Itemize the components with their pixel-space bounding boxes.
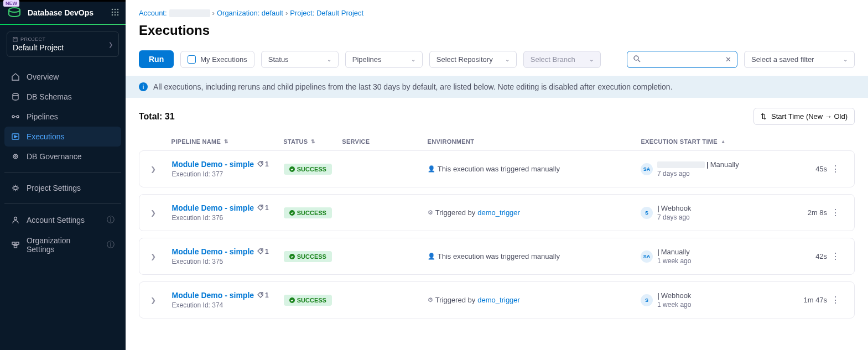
trigger-info: ⚙Triggered by demo_trigger (428, 296, 641, 304)
execution-id: Execution Id: 376 (172, 214, 269, 222)
chevron-down-icon: ⌄ (843, 56, 848, 62)
sort-icon: ⇅ (761, 112, 767, 121)
trigger-info: 👤 This execution was triggered manually (428, 165, 641, 173)
svg-rect-23 (14, 245, 17, 248)
svg-point-1 (12, 9, 13, 11)
svg-point-32 (289, 297, 295, 303)
exec-method: | Webhook (657, 204, 691, 212)
svg-rect-21 (12, 242, 15, 244)
sidebar-item-overview[interactable]: Overview (4, 67, 121, 87)
svg-point-17 (13, 154, 18, 159)
pipeline-name-link[interactable]: Module Demo - simple 1 (172, 203, 269, 212)
chevron-right-icon: ❯ (108, 41, 113, 48)
total-count: Total: 31 (139, 112, 175, 122)
table-row[interactable]: ❯ Module Demo - simple 1 Execution Id: 3… (139, 281, 855, 318)
sidebar-item-project-settings[interactable]: Project Settings (4, 178, 121, 198)
col-service: SERVICE (342, 138, 427, 145)
expand-icon[interactable]: ❯ (150, 296, 156, 304)
sidebar-item-account-settings[interactable]: Account Settings ⓘ (4, 210, 121, 231)
trigger-link[interactable]: demo_trigger (477, 296, 520, 304)
redacted-account (169, 9, 210, 17)
sidebar-item-pipelines[interactable]: Pipelines (4, 107, 121, 127)
col-pipeline-name[interactable]: PIPELINE NAME⇅ (171, 138, 284, 145)
svg-point-18 (15, 156, 17, 158)
shield-gear-icon (11, 152, 20, 161)
expand-icon[interactable]: ❯ (150, 253, 156, 260)
my-executions-toggle[interactable]: My Executions (180, 51, 254, 68)
sidebar-item-db-governance[interactable]: DB Governance (4, 147, 121, 166)
avatar: S (641, 207, 653, 219)
expand-icon[interactable]: ❯ (150, 165, 156, 173)
exec-method: | Manually (657, 248, 691, 256)
sidebar-item-executions[interactable]: Executions (4, 127, 121, 147)
table-row[interactable]: ❯ Module Demo - simple 1 Execution Id: 3… (139, 194, 855, 231)
expand-icon[interactable]: ❯ (150, 209, 156, 217)
col-environment: ENVIRONMENT (428, 138, 641, 145)
status-badge: SUCCESS (284, 207, 332, 218)
table-row[interactable]: ❯ Module Demo - simple 1 Execution Id: 3… (139, 150, 855, 187)
svg-point-20 (14, 217, 17, 220)
project-label: PROJECT (13, 36, 64, 42)
col-exec-start[interactable]: EXECUTION START TIME▲ (641, 138, 790, 145)
svg-point-8 (117, 11, 119, 13)
account-icon (11, 216, 20, 224)
search-input-wrapper[interactable]: ✕ (627, 51, 737, 68)
exec-method: | Webhook (657, 291, 691, 300)
repository-filter[interactable]: Select Repository⌄ (429, 51, 517, 68)
home-icon (11, 72, 20, 81)
avatar: SA (641, 163, 653, 175)
status-filter[interactable]: Status⌄ (261, 51, 339, 68)
sidebar-item-db-schemas[interactable]: DB Schemas (4, 87, 121, 107)
run-button[interactable]: Run (139, 50, 174, 68)
svg-point-27 (261, 206, 262, 207)
brand-icon (7, 6, 22, 19)
project-name: Default Project (13, 43, 64, 52)
svg-point-30 (289, 254, 295, 259)
exec-time: 7 days ago (657, 213, 691, 221)
project-selector[interactable]: PROJECT Default Project ❯ (7, 32, 119, 57)
breadcrumb-project[interactable]: Project: Default Project (290, 9, 363, 17)
apps-grid-icon[interactable] (111, 8, 119, 18)
duration: 2m 8s (790, 208, 827, 217)
row-menu-button[interactable]: ⋮ (827, 295, 843, 305)
svg-point-19 (14, 186, 17, 190)
svg-point-9 (112, 14, 113, 15)
row-menu-button[interactable]: ⋮ (827, 207, 843, 218)
branch-filter[interactable]: Select Branch⌄ (523, 51, 601, 68)
svg-point-3 (112, 8, 113, 10)
svg-point-6 (112, 11, 113, 13)
row-menu-button[interactable]: ⋮ (827, 164, 843, 174)
col-status[interactable]: STATUS⇅ (283, 138, 342, 145)
info-icon: ⓘ (107, 215, 115, 225)
clear-search-icon[interactable]: ✕ (725, 55, 731, 64)
sort-selector[interactable]: ⇅ Start Time (New → Old) (753, 108, 855, 125)
svg-point-0 (9, 8, 20, 12)
execution-id: Execution Id: 374 (172, 301, 269, 309)
saved-filter-select[interactable]: Select a saved filter⌄ (744, 51, 855, 68)
svg-point-29 (261, 250, 262, 251)
pipeline-name-link[interactable]: Module Demo - simple 1 (172, 160, 269, 169)
person-icon: 👤 (428, 253, 435, 260)
breadcrumb-account[interactable]: Account: (139, 9, 167, 17)
exec-time: 7 days ago (657, 170, 739, 177)
svg-point-4 (115, 8, 116, 10)
search-input[interactable] (645, 55, 721, 64)
svg-point-13 (13, 93, 18, 96)
toolbar: Run My Executions Status⌄ Pipelines⌄ Sel… (126, 46, 868, 76)
pipelines-filter[interactable]: Pipelines⌄ (345, 51, 423, 68)
trigger-info: ⚙Triggered by demo_trigger (428, 208, 641, 217)
svg-point-24 (634, 56, 638, 60)
breadcrumb-org[interactable]: Organization: default (217, 9, 283, 17)
execution-id: Execution Id: 377 (172, 170, 269, 178)
pipeline-name-link[interactable]: Module Demo - simple 1 (172, 291, 269, 300)
database-icon (11, 92, 20, 101)
row-menu-button[interactable]: ⋮ (827, 251, 843, 262)
checkbox-icon[interactable] (188, 55, 196, 64)
duration: 1m 47s (790, 296, 827, 304)
table-row[interactable]: ❯ Module Demo - simple 1 Execution Id: 3… (139, 238, 855, 275)
trigger-link[interactable]: demo_trigger (477, 208, 520, 217)
main-content: Account: › Organization: default › Proje… (126, 0, 868, 350)
sidebar-item-org-settings[interactable]: Organization Settings ⓘ (4, 231, 121, 259)
trigger-info: 👤 This execution was triggered manually (428, 252, 641, 260)
pipeline-name-link[interactable]: Module Demo - simple 1 (172, 247, 269, 256)
